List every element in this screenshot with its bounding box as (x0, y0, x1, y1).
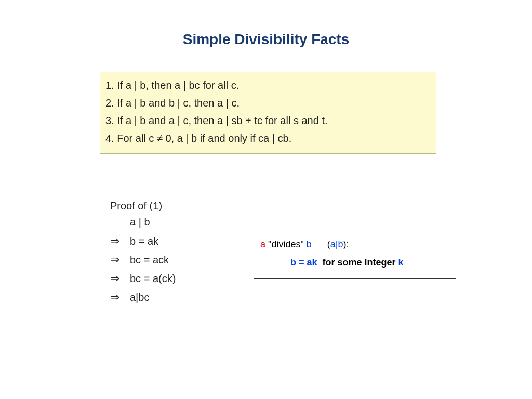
proof-text-3: bc = a(ck) (130, 273, 176, 285)
implies-arrow-icon: ⇒ (110, 253, 130, 267)
fact-4: 4. For all c ≠ 0, a | b if and only if c… (105, 130, 431, 146)
def-a: a (260, 239, 265, 249)
def-b: b (307, 239, 312, 249)
implies-arrow-icon: ⇒ (110, 290, 130, 304)
definition-box: a "divides" b (a|b): b = ak for some int… (254, 232, 456, 279)
proof-step-2: ⇒ bc = ack (110, 253, 176, 267)
def-gap (312, 239, 327, 249)
proof-text-1: b = ak (130, 235, 158, 247)
implies-arrow-icon: ⇒ (110, 272, 130, 285)
implies-arrow-icon: ⇒ (110, 234, 130, 248)
proof-text-2: bc = ack (130, 254, 169, 266)
proof-step-1: ⇒ b = ak (110, 234, 176, 248)
proof-header: Proof of (1) (110, 200, 176, 212)
definition-line-1: a "divides" b (a|b): (260, 236, 449, 252)
proof-block: Proof of (1) a | b ⇒ b = ak ⇒ bc = ack ⇒… (110, 200, 176, 309)
proof-step-3: ⇒ bc = a(ck) (110, 272, 176, 285)
slide-title: Simple Divisibility Facts (0, 31, 532, 48)
def-ab: a|b (330, 239, 343, 249)
def-divides: "divides" (265, 239, 307, 249)
fact-2: 2. If a | b and b | c, then a | c. (105, 95, 431, 111)
facts-box: 1. If a | b, then a | bc for all c. 2. I… (100, 72, 436, 154)
fact-3: 3. If a | b and a | c, then a | sb + tc … (105, 113, 431, 128)
def-rparen: ): (343, 239, 349, 249)
definition-line-2: b = ak for some integer k (290, 255, 449, 271)
proof-step-0: a | b (130, 216, 176, 228)
def-k: k (398, 257, 404, 268)
proof-text-4: a|bc (130, 291, 149, 303)
proof-step-4: ⇒ a|bc (110, 290, 176, 304)
fact-1: 1. If a | b, then a | bc for all c. (105, 77, 431, 93)
def-eq: b = ak (290, 257, 317, 268)
def-mid: for some integer (317, 257, 398, 268)
